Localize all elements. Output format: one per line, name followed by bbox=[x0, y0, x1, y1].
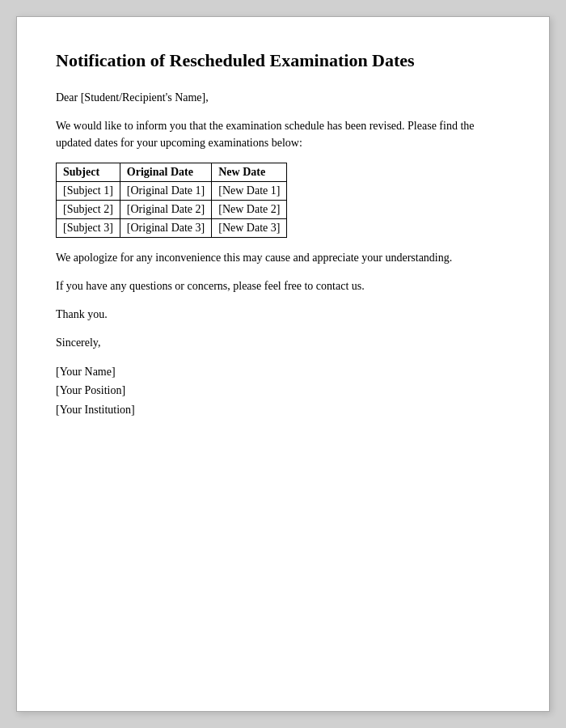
table-cell-0-0: [Subject 1] bbox=[57, 181, 120, 200]
salutation: Dear [Student/Recipient's Name], bbox=[56, 89, 510, 106]
schedule-table: Subject Original Date New Date [Subject … bbox=[56, 163, 287, 238]
col-new-date: New Date bbox=[212, 163, 287, 181]
signature-position: [Your Position] bbox=[56, 381, 510, 400]
page-title: Notification of Rescheduled Examination … bbox=[56, 49, 510, 73]
table-cell-0-1: [Original Date 1] bbox=[120, 181, 211, 200]
col-subject: Subject bbox=[57, 163, 120, 181]
schedule-table-wrapper: Subject Original Date New Date [Subject … bbox=[56, 163, 510, 238]
signature-institution: [Your Institution] bbox=[56, 400, 510, 420]
signature-block: [Your Name] [Your Position] [Your Instit… bbox=[56, 362, 510, 420]
table-row: [Subject 2][Original Date 2][New Date 2] bbox=[57, 200, 287, 218]
table-cell-2-2: [New Date 3] bbox=[212, 218, 287, 237]
table-cell-2-0: [Subject 3] bbox=[57, 218, 120, 237]
closing: Sincerely, bbox=[56, 334, 510, 351]
table-row: [Subject 1][Original Date 1][New Date 1] bbox=[57, 181, 287, 200]
table-header-row: Subject Original Date New Date bbox=[57, 163, 287, 181]
document-page: Notification of Rescheduled Examination … bbox=[16, 16, 550, 712]
intro-paragraph: We would like to inform you that the exa… bbox=[56, 117, 510, 151]
table-cell-0-2: [New Date 1] bbox=[212, 181, 287, 200]
table-cell-1-1: [Original Date 2] bbox=[120, 200, 211, 218]
table-cell-1-2: [New Date 2] bbox=[212, 200, 287, 218]
apology-paragraph: We apologize for any inconvenience this … bbox=[56, 249, 510, 266]
table-cell-1-0: [Subject 2] bbox=[57, 200, 120, 218]
signature-name: [Your Name] bbox=[56, 362, 510, 382]
table-cell-2-1: [Original Date 3] bbox=[120, 218, 211, 237]
contact-paragraph: If you have any questions or concerns, p… bbox=[56, 277, 510, 294]
table-row: [Subject 3][Original Date 3][New Date 3] bbox=[57, 218, 287, 237]
thanks-paragraph: Thank you. bbox=[56, 306, 510, 323]
col-original-date: Original Date bbox=[120, 163, 211, 181]
